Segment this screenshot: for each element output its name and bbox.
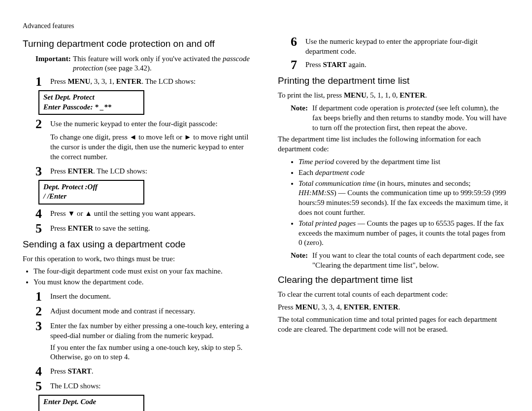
send-step-5: 5 The LCD shows:	[23, 380, 254, 393]
step-text: The LCD shows:	[50, 380, 254, 391]
step-4: 4 Press ▼ or ▲ until the setting you wan…	[23, 207, 254, 220]
step-2-sub: To change one digit, press ◄ to move lef…	[23, 133, 254, 162]
step-number: 1	[35, 75, 48, 88]
step-text: Press ▼ or ▲ until the setting you want …	[50, 207, 254, 219]
send-step-3-sub: If you enter the fax number using a one-…	[23, 343, 254, 363]
note-label: Note:	[291, 103, 312, 113]
step-text: Use the numeric keypad to enter the appr…	[305, 35, 509, 57]
right-column: 6 Use the numeric keypad to enter the ap…	[278, 34, 509, 411]
list-item: You must know the department code.	[33, 277, 254, 287]
page: Advanced features Turning department cod…	[0, 0, 532, 411]
step-number: 5	[35, 222, 48, 235]
left-column: Turning department code protection on an…	[23, 34, 254, 411]
note-protected: Note: If department code operation is pr…	[278, 103, 509, 133]
heading-printing-list: Printing the department time list	[278, 74, 509, 87]
step-1: 1 Press MENU, 3, 3, 1, ENTER. The LCD sh…	[23, 75, 254, 88]
send-step-4: 4 Press START.	[23, 365, 254, 378]
step-text: Enter the fax number by either pressing …	[50, 320, 254, 341]
send-step-3: 3 Enter the fax number by either pressin…	[23, 320, 254, 341]
columns: Turning department code protection on an…	[23, 34, 509, 411]
clear-instruction: Press MENU, 3, 3, 4, ENTER, ENTER.	[278, 303, 509, 312]
step-text: Press ENTER to save the setting.	[50, 222, 254, 234]
step-number: 1	[35, 290, 48, 303]
note-text: If department code operation is protecte…	[312, 103, 509, 133]
step-3: 3 Press ENTER. The LCD shows:	[23, 165, 254, 178]
lcd-line-2: / /Enter	[43, 192, 139, 202]
step-number: 6	[291, 35, 303, 48]
step-number: 3	[35, 320, 48, 333]
intro-text: For this operation to work, two things m…	[23, 254, 254, 264]
step-text: Press START.	[50, 365, 254, 377]
send-step-7: 7 Press START again.	[278, 59, 509, 71]
note-clear: Note: If you want to clear the total cou…	[278, 251, 509, 271]
list-item: Each department code	[299, 168, 509, 178]
list-intro: The department time list includes the fo…	[278, 135, 509, 154]
lcd-line-1: Dept. Protect :Off	[43, 182, 139, 192]
step-number: 2	[35, 118, 48, 131]
list-item: The four-digit department code must exis…	[33, 267, 254, 276]
step-2: 2 Use the numeric keypad to enter the fo…	[23, 118, 254, 131]
note-label: Note:	[291, 251, 312, 261]
step-number: 7	[291, 59, 303, 71]
print-instruction: To print the list, press MENU, 5, 1, 1, …	[278, 91, 509, 101]
send-step-6: 6 Use the numeric keypad to enter the ap…	[278, 35, 509, 57]
lcd-line-1: Set Dept. Protect	[43, 93, 139, 103]
send-step-1: 1 Insert the document.	[23, 290, 254, 303]
info-list: Time period covered by the department ti…	[278, 157, 509, 248]
lcd-line-1: Enter Dept. Code	[43, 397, 139, 407]
lcd-enter-dept-code: Enter Dept. Code _	[38, 395, 144, 411]
lcd-set-dept-protect: Set Dept. Protect Enter Passcode: * _**	[38, 90, 144, 115]
step-text: Press ENTER. The LCD shows:	[50, 165, 254, 176]
step-text: Insert the document.	[50, 290, 254, 302]
important-label: Important:	[35, 54, 73, 64]
important-note: Important: This feature will work only i…	[23, 54, 254, 74]
step-5: 5 Press ENTER to save the setting.	[23, 222, 254, 235]
clear-intro: To clear the current total counts of eac…	[278, 290, 509, 300]
step-text: Adjust document mode and contrast if nec…	[50, 305, 254, 316]
heading-dept-protect: Turning department code protection on an…	[23, 37, 254, 50]
step-number: 5	[35, 380, 48, 393]
clear-result: The total communication time and total p…	[278, 315, 509, 335]
lcd-dept-protect-off: Dept. Protect :Off / /Enter	[38, 180, 144, 205]
running-header: Advanced features	[23, 22, 509, 31]
list-item: Total printed pages — Counts the pages u…	[299, 219, 509, 248]
requirements-list: The four-digit department code must exis…	[23, 267, 254, 287]
send-step-2: 2 Adjust document mode and contrast if n…	[23, 305, 254, 318]
list-item: Total communication time (in hours, minu…	[299, 179, 509, 218]
lcd-line-2: _	[43, 407, 139, 411]
step-text: Press START again.	[305, 59, 509, 70]
step-text: Press MENU, 3, 3, 1, ENTER. The LCD show…	[50, 75, 254, 87]
heading-sending-fax: Sending a fax using a department code	[23, 238, 254, 250]
list-item: Time period covered by the department ti…	[299, 157, 509, 167]
step-number: 4	[35, 207, 48, 220]
lcd-line-2: Enter Passcode: * _**	[43, 103, 139, 112]
important-text: This feature will work only if you've ac…	[73, 54, 254, 74]
step-text: Use the numeric keypad to enter the four…	[50, 118, 254, 129]
step-number: 2	[35, 305, 48, 318]
heading-clearing-list: Clearing the department time list	[278, 274, 509, 286]
note-text: If you want to clear the total counts of…	[312, 251, 509, 271]
step-number: 3	[35, 165, 48, 178]
step-number: 4	[35, 365, 48, 378]
